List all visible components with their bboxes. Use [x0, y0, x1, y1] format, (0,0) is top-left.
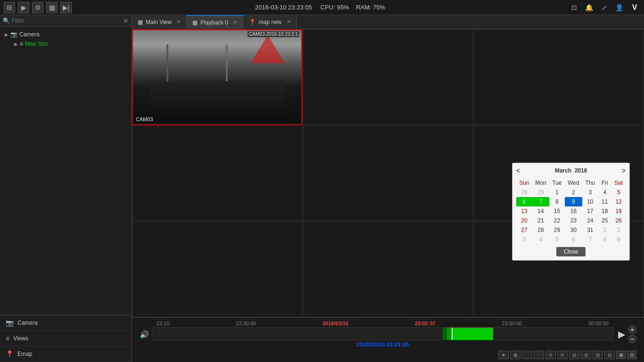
record-icon[interactable]: ▶: [18, 2, 29, 13]
video-cell-8[interactable]: [303, 222, 473, 317]
home-icon[interactable]: ⊞: [4, 2, 15, 13]
calendar-day-3-1[interactable]: 21: [532, 216, 549, 225]
playback-0-close-button[interactable]: ✕: [233, 19, 237, 25]
calendar-day-0-1[interactable]: 29: [532, 188, 549, 197]
camera-tree-icon: 📷: [10, 31, 17, 38]
calendar-day-4-6[interactable]: 2: [611, 225, 626, 235]
layout-mixed-1-button[interactable]: ⊟: [545, 351, 556, 359]
layout-expand-button[interactable]: ⊕: [616, 351, 626, 359]
monitor-icon[interactable]: ⊡: [569, 2, 580, 13]
calendar-day-1-5[interactable]: 11: [598, 197, 611, 206]
calendar-next-button[interactable]: >: [622, 167, 626, 174]
calendar-grid: Sun Mon Tue Wed Thu Fri Sat 282912345678…: [516, 178, 626, 244]
grid-icon[interactable]: ▦: [46, 2, 58, 13]
calendar-day-5-6[interactable]: 9: [611, 235, 626, 244]
calendar-day-0-4[interactable]: 3: [582, 188, 598, 197]
calendar-day-4-4[interactable]: 31: [582, 225, 598, 235]
settings-icon[interactable]: ⚙: [32, 2, 43, 13]
layout-mixed-4-button[interactable]: ▥: [581, 351, 591, 359]
calendar-day-4-3[interactable]: 30: [565, 225, 583, 235]
calendar-day-2-2[interactable]: 15: [549, 206, 564, 216]
video-cell-2[interactable]: [303, 29, 473, 125]
calendar-day-1-0[interactable]: 6: [516, 197, 532, 206]
calendar-day-2-3[interactable]: 16: [565, 206, 583, 216]
layout-3x3-button[interactable]: [522, 351, 532, 359]
tab-playback-0[interactable]: ▦ Playback 0 ✕: [187, 15, 243, 29]
clear-search-button[interactable]: ✕: [123, 17, 129, 25]
video-cell-1[interactable]: CAM03-2016-10 23:2:1 CAM03: [132, 29, 302, 125]
timeline-track[interactable]: [152, 327, 613, 340]
sidebar-emap-icon: 📍: [6, 350, 14, 358]
layout-mixed-6-button[interactable]: ▨: [604, 351, 615, 359]
video-cell-4[interactable]: [132, 125, 302, 221]
zoom-in-button[interactable]: +: [628, 325, 636, 334]
calendar-close-button[interactable]: Close: [556, 247, 586, 256]
calendar-day-3-6[interactable]: 26: [611, 216, 626, 225]
calendar-day-0-5[interactable]: 4: [598, 188, 611, 197]
sidebar-tab-emap[interactable]: 📍 Emap: [0, 346, 132, 362]
play-button[interactable]: ▶: [618, 329, 625, 340]
calendar-day-0-3[interactable]: 2: [565, 188, 583, 197]
calendar-day-4-1[interactable]: 28: [532, 225, 549, 235]
calendar-day-3-5[interactable]: 25: [598, 216, 611, 225]
tab-map-new[interactable]: 📍 map new ✕: [243, 15, 297, 29]
calendar-day-5-4[interactable]: 7: [582, 235, 598, 244]
calendar-day-2-5[interactable]: 18: [598, 206, 611, 216]
search-input[interactable]: [12, 17, 123, 24]
layout-2x2-button[interactable]: ▦: [510, 351, 520, 359]
map-new-close-button[interactable]: ✕: [287, 19, 291, 25]
calendar-day-5-1[interactable]: 4: [532, 235, 549, 244]
sidebar: 🔍 ✕ ▶ 📷 Camera ▶ ≡ New Stor 📷 Camera ≡: [0, 15, 132, 362]
new-stor-tree-item[interactable]: ▶ ≡ New Stor: [12, 39, 129, 49]
bell-icon[interactable]: 🔔: [584, 2, 595, 13]
layout-4x4-button[interactable]: [534, 351, 544, 359]
calendar-day-2-1[interactable]: 14: [532, 206, 549, 216]
zoom-out-button[interactable]: −: [628, 335, 636, 343]
calendar-day-1-2[interactable]: 8: [549, 197, 564, 206]
calendar-prev-button[interactable]: <: [516, 167, 520, 174]
calendar-day-0-6[interactable]: 5: [611, 188, 626, 197]
sidebar-tab-views[interactable]: ≡ Views: [0, 331, 132, 346]
calendar-day-1-1[interactable]: 7: [532, 197, 549, 206]
user-icon[interactable]: 👤: [614, 2, 625, 13]
fullscreen-icon[interactable]: ⤢: [599, 2, 610, 13]
video-cell-3[interactable]: [474, 29, 644, 125]
sidebar-tab-camera[interactable]: 📷 Camera: [0, 315, 132, 331]
timeline-cursor: [452, 328, 453, 340]
layout-mixed-5-button[interactable]: ▧: [593, 351, 603, 359]
camera-tree-label: Camera: [19, 31, 40, 38]
calendar-day-3-3[interactable]: 23: [565, 216, 583, 225]
cam03-label: CAM03: [136, 116, 153, 122]
layout-mixed-3-button[interactable]: ▤: [569, 351, 579, 359]
calendar-day-4-2[interactable]: 29: [549, 225, 564, 235]
zoom-controls: + −: [628, 325, 636, 343]
media-icon[interactable]: ▶|: [60, 2, 72, 13]
layout-1x1-button[interactable]: ■: [498, 351, 509, 359]
video-cell-7[interactable]: [132, 222, 302, 317]
calendar-day-1-4[interactable]: 10: [582, 197, 598, 206]
calendar-day-5-2[interactable]: 5: [549, 235, 564, 244]
calendar-day-5-5[interactable]: 8: [598, 235, 611, 244]
calendar-day-2-6[interactable]: 19: [611, 206, 626, 216]
video-cell-5[interactable]: [303, 125, 473, 221]
calendar-day-5-3[interactable]: 6: [565, 235, 583, 244]
calendar-day-3-0[interactable]: 20: [516, 216, 532, 225]
calendar-day-2-4[interactable]: 17: [582, 206, 598, 216]
camera-tree-item[interactable]: ▶ 📷 Camera: [3, 30, 129, 39]
layout-mixed-2-button[interactable]: ⊞: [557, 351, 568, 359]
calendar-day-3-2[interactable]: 22: [549, 216, 564, 225]
calendar-day-1-6[interactable]: 12: [611, 197, 626, 206]
calendar-day-0-0[interactable]: 28: [516, 188, 532, 197]
calendar-day-5-0[interactable]: 3: [516, 235, 532, 244]
calendar-day-3-4[interactable]: 24: [582, 216, 598, 225]
sidebar-bottom-tabs: 📷 Camera ≡ Views 📍 Emap: [0, 315, 132, 362]
calendar-day-1-3[interactable]: 9: [565, 197, 583, 206]
calendar-day-0-2[interactable]: 1: [549, 188, 564, 197]
calendar-day-4-0[interactable]: 27: [516, 225, 532, 235]
calendar-day-4-5[interactable]: 1: [598, 225, 611, 235]
volume-button[interactable]: 🔊: [140, 330, 149, 339]
zoom-fit-button[interactable]: ⊙: [627, 351, 636, 359]
calendar-day-2-0[interactable]: 13: [516, 206, 532, 216]
main-view-close-button[interactable]: ✕: [176, 19, 181, 25]
tab-main-view[interactable]: ▦ Main View ✕: [132, 15, 187, 29]
